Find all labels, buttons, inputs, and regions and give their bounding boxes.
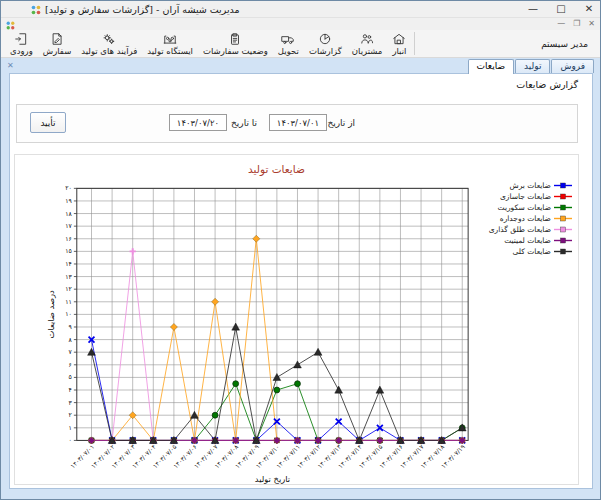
order-status-icon — [228, 32, 242, 46]
section-title: گزارش ضایعات — [516, 79, 578, 90]
warehouse-icon — [392, 32, 406, 46]
production-station-icon — [163, 32, 177, 46]
mdi-minimize-button[interactable]: — — [557, 20, 565, 28]
date-filter-panel: از تاریخ تا تاریخ تأیید — [16, 104, 578, 143]
toolbar-separator — [414, 32, 415, 55]
marker-plus — [130, 248, 136, 254]
y-tick-label: ۰ — [69, 436, 72, 443]
window-title: مدیریت شیشه آران - [گزارشات سفارش و تولی… — [45, 4, 240, 15]
toolbar-item-production-processes[interactable]: فرآیند های تولید — [76, 30, 142, 57]
main-toolbar: ورودیسفارشفرآیند های تولیدایستگاه تولیدو… — [1, 30, 600, 58]
report-tabstrip: ضایعاتتولیدفروش — [467, 59, 594, 73]
y-tick-label: ۱۱ — [65, 298, 72, 305]
y-tick-label: ۲ — [69, 411, 73, 418]
marker-circle — [212, 412, 218, 418]
order-icon — [50, 32, 64, 46]
marker-diamond — [253, 235, 260, 242]
y-tick-label: ۱۸ — [65, 210, 72, 217]
page-close-icon[interactable]: ✕ — [7, 61, 14, 70]
marker-triangle — [273, 373, 281, 380]
mdi-close-button[interactable]: ✕ — [588, 20, 595, 28]
y-tick-label: ۹ — [69, 323, 73, 330]
confirm-button[interactable]: تأیید — [30, 112, 66, 133]
y-tick-label: ۶ — [69, 361, 72, 368]
marker-triangle — [294, 361, 302, 368]
mdi-client-area: ✕ ضایعاتتولیدفروش گزارش ضایعات از تاریخ … — [1, 58, 600, 499]
app-logo-icon — [31, 0, 41, 19]
y-axis-title: درصد ضایعات — [46, 290, 56, 338]
waste-chart: ضایعات تولید ضایعات برشضایعات جاسازیضایع… — [14, 154, 579, 485]
y-tick-label: ۵ — [69, 373, 72, 380]
tab-inactive[interactable]: فروش — [551, 59, 594, 73]
y-tick-label: ۱۶ — [65, 235, 72, 242]
tab-active[interactable]: ضایعات — [468, 59, 514, 74]
toolbar-item-entry[interactable]: ورودی — [5, 30, 38, 57]
minimize-button[interactable]: — — [526, 4, 540, 14]
close-button[interactable]: ✕ — [582, 4, 596, 14]
y-tick-label: ۱۷ — [65, 222, 72, 229]
mdi-row: — ❐ ✕ — [1, 18, 600, 30]
y-tick-label: ۱ — [69, 424, 72, 431]
marker-circle — [274, 387, 280, 393]
toolbar-item-reports[interactable]: گزارشات — [304, 30, 347, 57]
maximize-button[interactable]: □ — [554, 4, 568, 14]
marker-triangle — [335, 386, 343, 393]
marker-triangle — [314, 348, 322, 355]
y-tick-label: ۳ — [69, 399, 73, 406]
title-bar: مدیریت شیشه آران - [گزارشات سفارش و تولی… — [1, 1, 600, 18]
toolbar-item-delivery[interactable]: تحویل — [273, 30, 304, 57]
marker-circle — [295, 381, 301, 387]
y-tick-label: ۸ — [69, 336, 73, 343]
production-processes-icon — [102, 32, 116, 46]
marker-diamond — [212, 298, 219, 305]
toolbar-item-order[interactable]: سفارش — [38, 30, 77, 57]
toolbar-item-customers[interactable]: مشتریان — [347, 30, 388, 57]
marker-triangle — [232, 323, 240, 330]
y-tick-label: ۱۲ — [65, 285, 72, 292]
app-window: مدیریت شیشه آران - [گزارشات سفارش و تولی… — [0, 0, 601, 500]
chart-plot-area: ۰۱۲۳۴۵۶۷۸۹۱۰۱۱۱۲۱۳۱۴۱۵۱۶۱۷۱۸۱۹۲۰۱۴۰۳/۰۷/… — [15, 155, 578, 500]
from-date-label: از تاریخ — [327, 118, 355, 128]
to-date-label: تا تاریخ — [231, 118, 257, 128]
toolbar-item-warehouse[interactable]: انبار — [387, 30, 411, 57]
entry-icon — [14, 32, 28, 46]
y-tick-label: ۱۹ — [65, 197, 72, 204]
toolbar-item-order-status[interactable]: وضعیت سفارشات — [198, 30, 273, 57]
y-tick-label: ۱۳ — [65, 273, 72, 280]
marker-diamond — [170, 323, 177, 330]
y-tick-label: ۱۰ — [65, 310, 72, 317]
from-date-input[interactable] — [269, 114, 327, 131]
y-tick-label: ۲۰ — [65, 184, 72, 191]
y-tick-label: ۱۴ — [65, 260, 72, 267]
y-tick-label: ۷ — [69, 348, 73, 355]
to-date-input[interactable] — [169, 114, 227, 131]
customers-icon — [360, 32, 374, 46]
marker-triangle — [191, 411, 199, 418]
waste-report-page: گزارش ضایعات از تاریخ تا تاریخ تأیید ضای… — [9, 73, 593, 489]
delivery-icon — [281, 32, 295, 46]
toolbar-item-production-station[interactable]: ایستگاه تولید — [142, 30, 198, 57]
x-axis-title: تاریخ تولید — [255, 474, 291, 484]
reports-icon — [318, 32, 332, 46]
y-tick-label: ۱۵ — [65, 247, 72, 254]
mdi-restore-button[interactable]: ❐ — [573, 20, 580, 28]
marker-circle — [233, 381, 239, 387]
y-tick-label: ۴ — [69, 386, 72, 393]
tab-inactive[interactable]: تولید — [515, 59, 550, 73]
current-user-label: مدیر سیستم — [533, 39, 596, 49]
marker-triangle — [376, 386, 384, 393]
